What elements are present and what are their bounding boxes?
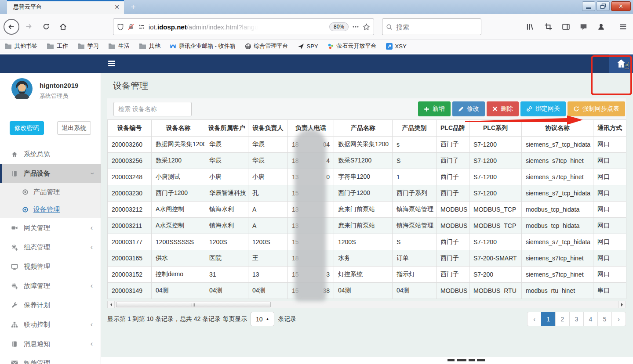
table-cell: 灯控系统	[334, 267, 393, 283]
page-button-4[interactable]: 4	[583, 312, 598, 326]
pocket-chat-button[interactable]	[579, 23, 588, 31]
table-row[interactable]: 200003165供水医院王18水务订单西门子S7-200-SMARTsieme…	[108, 250, 626, 267]
column-header[interactable]: PLC品牌	[437, 120, 469, 137]
column-header[interactable]: 产品类别	[393, 120, 437, 137]
table-row[interactable]: 200003230西门子1200华辰智通科技孔15西门子1200西门子系列西门子…	[108, 185, 626, 202]
new-tab-button[interactable]: +	[127, 2, 139, 12]
column-header[interactable]: PLC系列	[469, 120, 522, 137]
table-row[interactable]: 200003256数采1200华辰华辰184数采S71200S西门子S7-120…	[108, 153, 626, 169]
page-size-select[interactable]: 10 ▲	[251, 312, 274, 326]
library-button[interactable]	[526, 23, 534, 31]
menu-button[interactable]	[619, 23, 627, 31]
forward-button[interactable]	[25, 23, 33, 30]
force-sync-button[interactable]: 强制同步点表	[568, 101, 625, 116]
avatar[interactable]	[11, 78, 33, 99]
column-header[interactable]: 通讯方式	[593, 120, 626, 137]
close-button[interactable]: ✕	[611, 1, 631, 11]
column-header[interactable]: 产品名称	[334, 120, 393, 137]
table-row[interactable]: 20000314904测04测04测153804测04测MODBUSMODBUS…	[108, 283, 626, 299]
big-data-center-button[interactable]: ☝	[609, 54, 633, 73]
scroll-right-arrow[interactable]	[618, 301, 626, 308]
sidebar-item-maintenance-plan[interactable]: 保养计划	[0, 296, 101, 315]
browser-search-box[interactable]	[382, 18, 481, 35]
page-button-5[interactable]: 5	[597, 312, 612, 326]
table-row[interactable]: 200003260数据网关采集1200华辰华辰1804数据网关采集1200s西门…	[108, 137, 626, 153]
sidebar-item-gateway-mgmt[interactable]: 网关管理‹	[0, 218, 101, 238]
button-label: 删除	[501, 105, 513, 113]
bookmark-star-icon[interactable]	[363, 23, 370, 31]
column-header[interactable]: 设备编号	[108, 120, 152, 137]
bookmark-item[interactable]: 学习	[77, 42, 99, 50]
pencil-icon	[458, 106, 464, 112]
minimize-button[interactable]	[582, 1, 595, 11]
horizontal-scrollbar[interactable]	[107, 301, 626, 308]
tab-close-icon[interactable]: ✕	[114, 4, 120, 10]
account-button[interactable]	[597, 23, 605, 31]
add-button[interactable]: 新增	[418, 101, 451, 116]
sidebar-item-device-mgmt[interactable]: 设备管理	[0, 201, 101, 218]
page-button-‹[interactable]: ‹	[527, 312, 542, 326]
scroll-left-arrow[interactable]	[108, 301, 115, 308]
column-header[interactable]: 设备名称	[152, 120, 205, 137]
sidebar-item-fault-mgmt[interactable]: 故障管理‹	[0, 276, 101, 296]
sidebar-item-product-mgmt[interactable]: 产品管理	[0, 183, 101, 201]
column-header[interactable]: 协议名称	[522, 120, 593, 137]
sidebar-item-overview[interactable]: 系统总览	[0, 144, 101, 164]
browser-search-input[interactable]	[396, 23, 466, 31]
zoom-level-badge[interactable]: 80%	[329, 22, 349, 31]
edit-button[interactable]: 修改	[452, 101, 485, 116]
mail-icon	[11, 360, 18, 364]
sidebar-item-sms-mgmt[interactable]: 短信管理	[0, 353, 101, 364]
url-bar[interactable]: iot.idosp.net/admin/index.html?langu 80%	[113, 18, 374, 35]
back-button[interactable]	[4, 19, 19, 35]
change-password-button[interactable]: 修改密码	[10, 121, 44, 135]
table-cell: 西门子	[437, 169, 469, 185]
sidebar-item-product-device[interactable]: 产品设备‹	[0, 164, 101, 183]
device-search-input[interactable]	[113, 102, 192, 116]
bind-gateway-button[interactable]: 绑定网关	[520, 101, 566, 116]
table-cell: s	[393, 137, 437, 153]
table-cell: 孔	[248, 185, 288, 202]
dot-circle-icon	[22, 189, 29, 195]
bookmark-item[interactable]: 萤石云开放平台	[327, 42, 377, 50]
xsy-icon	[386, 43, 393, 50]
home-button[interactable]	[59, 23, 67, 30]
reload-button[interactable]	[42, 23, 50, 30]
bookmark-item[interactable]: SPY	[298, 43, 318, 50]
page-button-3[interactable]: 3	[569, 312, 584, 326]
table-row[interactable]: 2000031771200SSSSSS1200S1200S151200SS西门子…	[108, 234, 626, 250]
sidebar-item-scada-mgmt[interactable]: 组态管理‹	[0, 238, 101, 257]
bookmark-item[interactable]: 其他书签	[4, 42, 37, 50]
sidebar-item-message-notice[interactable]: 消息通知‹	[0, 334, 101, 353]
page-button-›[interactable]: ›	[611, 312, 626, 326]
column-header[interactable]: 设备所属客户	[205, 120, 248, 137]
scrollbar-thumb[interactable]	[116, 302, 271, 307]
screenshot-button[interactable]	[544, 23, 553, 31]
table-cell: 小唐测试	[152, 169, 205, 185]
page-button-1[interactable]: 1	[541, 312, 556, 326]
table-row[interactable]: 200003248小唐测试小唐小唐130字符串12001西门子S7-1200si…	[108, 169, 626, 185]
page-actions-icon[interactable]	[352, 23, 359, 30]
sidebar-item-video-mgmt[interactable]: 视频管理	[0, 257, 101, 276]
restore-button[interactable]	[597, 1, 610, 11]
sidebar-collapse-button[interactable]	[108, 61, 115, 66]
bookmark-item[interactable]: 其他	[139, 42, 160, 50]
bookmark-item[interactable]: 综合管理平台	[245, 42, 288, 50]
bookmark-item[interactable]: 腾讯企业邮箱 - 收件箱	[170, 42, 236, 50]
bookmark-item[interactable]: 工作	[47, 42, 68, 50]
sidebar-item-linkage-control[interactable]: 联动控制‹	[0, 315, 101, 334]
sidebar-toggle-button[interactable]	[562, 23, 570, 31]
table-row[interactable]: 200003212A水闸控制镇海水利A13庶来门前泵站镇海泵站管理MODBUSM…	[108, 202, 626, 218]
bookmark-item[interactable]: 生活	[108, 42, 130, 50]
bookmark-item[interactable]: XSY	[386, 43, 407, 50]
table-cell: 网口	[593, 137, 626, 153]
logout-button[interactable]: 退出系统	[57, 121, 91, 135]
column-header[interactable]: 设备负责人	[248, 120, 288, 137]
sidebar-item-label: 故障管理	[24, 282, 50, 290]
table-row[interactable]: 200003211A水泵控制镇海水利A13庶来门前泵站镇海泵站管理MODBUSM…	[108, 218, 626, 234]
browser-tab[interactable]: 思普云平台 ✕	[7, 0, 124, 14]
bookmark-label: 生活	[118, 42, 130, 50]
table-row[interactable]: 200003152控制demo3113153灯控系统指示灯西门子S7-200si…	[108, 267, 626, 283]
delete-button[interactable]: 删除	[487, 101, 519, 116]
page-button-2[interactable]: 2	[555, 312, 570, 326]
